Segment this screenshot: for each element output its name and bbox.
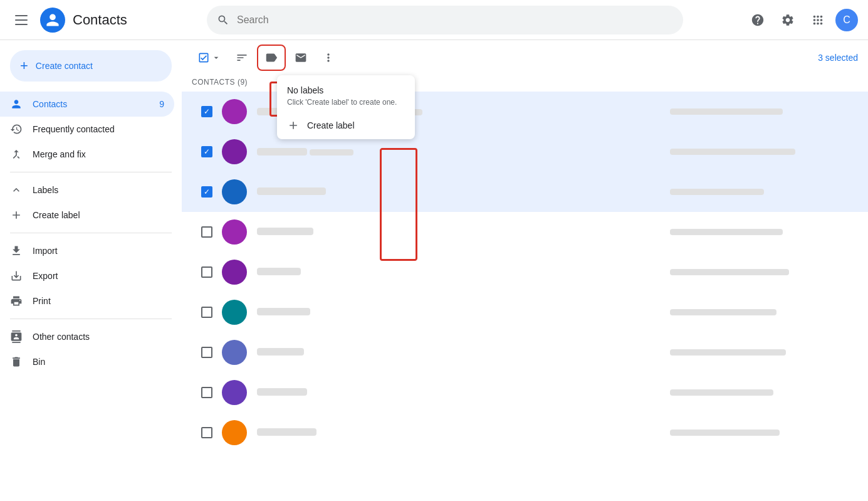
sidebar: + Create contact Contacts 9 Frequently c… xyxy=(0,40,182,501)
table-row[interactable] xyxy=(182,332,868,372)
sidebar-item-import[interactable]: Import xyxy=(0,238,174,263)
toolbar: 3 selected xyxy=(182,40,868,75)
checkbox-area[interactable] xyxy=(192,226,222,238)
contact-email-secondary xyxy=(670,186,858,198)
export-icon xyxy=(10,270,23,282)
avatar xyxy=(222,260,247,285)
contact-label xyxy=(310,149,353,156)
avatar xyxy=(222,340,247,365)
label-dropdown: No labels Click 'Create label' to create… xyxy=(277,75,415,139)
select-all-button[interactable] xyxy=(192,45,227,70)
table-row[interactable] xyxy=(182,172,868,212)
avatar xyxy=(222,300,247,325)
checkbox[interactable] xyxy=(201,427,212,438)
sort-button[interactable] xyxy=(229,45,254,70)
more-options-button[interactable] xyxy=(316,45,341,70)
contact-info xyxy=(257,226,670,238)
sidebar-item-other-contacts[interactable]: Other contacts xyxy=(0,324,174,349)
avatar xyxy=(222,219,247,245)
sidebar-item-bin[interactable]: Bin xyxy=(0,349,174,374)
content-area: 3 selected CONTACTS (9) xyxy=(182,40,868,501)
checkbox[interactable] xyxy=(201,226,212,238)
help-button[interactable] xyxy=(745,8,770,33)
app-title: Contacts xyxy=(73,12,127,28)
checkbox[interactable] xyxy=(201,186,212,198)
plus-icon: + xyxy=(20,58,28,74)
table-row[interactable] xyxy=(182,252,868,292)
divider-3 xyxy=(10,319,172,319)
avatar xyxy=(222,139,247,164)
checkbox-area[interactable] xyxy=(192,106,222,117)
add-icon xyxy=(10,209,23,221)
clock-icon xyxy=(10,123,23,135)
user-avatar[interactable]: C xyxy=(835,9,858,31)
import-icon xyxy=(10,245,23,257)
no-labels-subtitle: Click 'Create label' to create one. xyxy=(287,98,405,107)
checkbox[interactable] xyxy=(201,307,212,318)
checkbox[interactable] xyxy=(201,266,212,278)
divider-1 xyxy=(10,172,172,172)
contact-name xyxy=(257,187,326,195)
contact-info xyxy=(257,186,670,198)
sidebar-item-create-label[interactable]: Create label xyxy=(0,203,174,228)
table-row[interactable] xyxy=(182,212,868,252)
checkbox[interactable] xyxy=(201,106,212,117)
table-row[interactable] xyxy=(182,413,868,453)
avatar xyxy=(222,99,247,124)
checkbox[interactable] xyxy=(201,387,212,398)
selected-count: 3 selected xyxy=(818,53,858,63)
label-button[interactable] xyxy=(257,45,286,71)
create-contact-button[interactable]: + Create contact xyxy=(10,50,172,82)
table-row[interactable] xyxy=(182,292,868,332)
checkbox-area[interactable] xyxy=(192,146,222,157)
checkbox[interactable] xyxy=(201,146,212,157)
table-row[interactable] xyxy=(182,372,868,413)
contact-name xyxy=(257,148,307,156)
add-icon xyxy=(287,119,300,132)
avatar xyxy=(222,380,247,405)
sidebar-item-contacts[interactable]: Contacts 9 xyxy=(0,92,174,117)
contact-list xyxy=(182,92,868,501)
grid-button[interactable] xyxy=(805,8,830,33)
sidebar-item-merge-and-fix[interactable]: Merge and fix xyxy=(0,142,174,167)
contacts-icon xyxy=(10,98,23,110)
other-contacts-icon xyxy=(10,330,23,343)
app-logo xyxy=(40,8,65,33)
print-icon xyxy=(10,295,23,307)
hamburger-menu[interactable] xyxy=(10,10,33,30)
contact-email-secondary xyxy=(670,106,858,117)
no-labels-section: No labels Click 'Create label' to create… xyxy=(277,75,415,112)
no-labels-title: No labels xyxy=(287,85,405,95)
contact-info xyxy=(257,146,670,158)
avatar xyxy=(222,179,247,204)
labels-section-header[interactable]: Labels xyxy=(0,177,182,203)
send-email-button[interactable] xyxy=(288,45,313,70)
checkbox-area[interactable] xyxy=(192,186,222,198)
sidebar-item-export[interactable]: Export xyxy=(0,263,174,288)
sidebar-item-frequently-contacted[interactable]: Frequently contacted xyxy=(0,117,174,142)
checkbox[interactable] xyxy=(201,347,212,358)
dropdown-create-label-item[interactable]: Create label xyxy=(277,112,415,139)
sidebar-item-print[interactable]: Print xyxy=(0,288,174,314)
search-bar[interactable] xyxy=(207,6,683,34)
merge-icon xyxy=(10,148,23,161)
bin-icon xyxy=(10,356,23,368)
search-input[interactable] xyxy=(237,14,673,26)
contact-email-secondary xyxy=(670,146,858,157)
chevron-up-icon xyxy=(10,184,23,196)
search-icon xyxy=(217,14,229,26)
avatar xyxy=(222,420,247,445)
settings-button[interactable] xyxy=(775,8,800,33)
divider-2 xyxy=(10,233,172,233)
